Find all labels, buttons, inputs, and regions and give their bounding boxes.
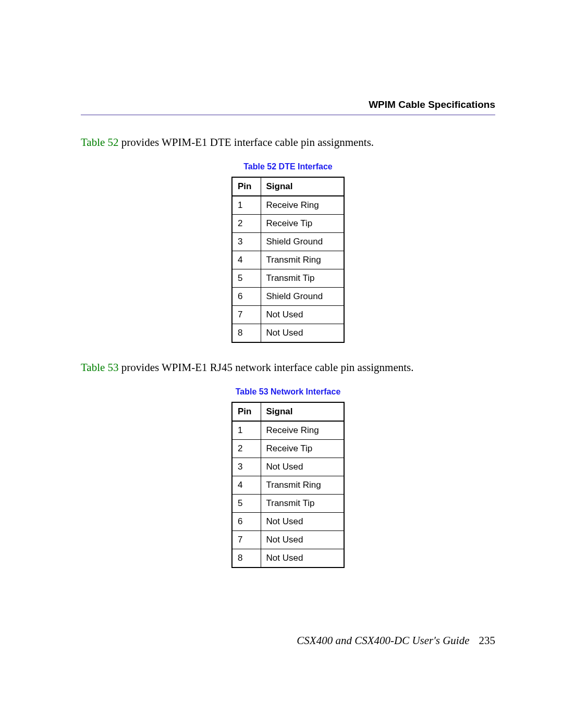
table-row: 7Not Used <box>232 306 344 324</box>
cell-pin: 3 <box>232 233 261 251</box>
col-signal-header: Signal <box>261 402 344 421</box>
cell-signal: Shield Ground <box>261 288 344 306</box>
cell-signal: Transmit Tip <box>261 269 344 288</box>
table-row: 4Transmit Ring <box>232 476 344 495</box>
cell-pin: 2 <box>232 215 261 233</box>
cell-pin: 6 <box>232 513 261 531</box>
table53: Pin Signal 1Receive Ring 2Receive Tip 3N… <box>231 402 345 568</box>
table52-caption: Table 52 DTE Interface <box>81 162 495 171</box>
cell-pin: 6 <box>232 288 261 306</box>
cell-signal: Receive Tip <box>261 440 344 458</box>
cell-signal: Transmit Ring <box>261 251 344 269</box>
cell-signal: Not Used <box>261 324 344 343</box>
table53-ref: Table 53 <box>81 361 119 374</box>
cell-signal: Transmit Ring <box>261 476 344 495</box>
cell-pin: 8 <box>232 324 261 343</box>
table53-intro: Table 53 provides WPIM-E1 RJ45 network i… <box>81 361 495 374</box>
cell-pin: 1 <box>232 421 261 440</box>
page-footer: CSX400 and CSX400-DC User's Guide235 <box>297 634 495 647</box>
header-section-title: WPIM Cable Specifications <box>81 99 495 115</box>
cell-pin: 1 <box>232 196 261 215</box>
table-row: 4Transmit Ring <box>232 251 344 269</box>
cell-pin: 4 <box>232 476 261 495</box>
table-row: 2Receive Tip <box>232 440 344 458</box>
table52-ref: Table 52 <box>81 136 119 149</box>
cell-signal: Receive Ring <box>261 421 344 440</box>
table-row: 8Not Used <box>232 324 344 343</box>
cell-signal: Not Used <box>261 458 344 476</box>
table-header-row: Pin Signal <box>232 402 344 421</box>
table-row: 5Transmit Tip <box>232 269 344 288</box>
table-header-row: Pin Signal <box>232 177 344 196</box>
cell-pin: 5 <box>232 495 261 513</box>
table-row: 6Shield Ground <box>232 288 344 306</box>
cell-pin: 2 <box>232 440 261 458</box>
footer-page-number: 235 <box>479 634 496 647</box>
cell-signal: Shield Ground <box>261 233 344 251</box>
table53-caption: Table 53 Network Interface <box>81 387 495 397</box>
table52-intro-text: provides WPIM-E1 DTE interface cable pin… <box>119 136 374 149</box>
table-row: 1Receive Ring <box>232 196 344 215</box>
table52: Pin Signal 1Receive Ring 2Receive Tip 3S… <box>231 177 345 343</box>
cell-pin: 3 <box>232 458 261 476</box>
col-pin-header: Pin <box>232 402 261 421</box>
table-row: 3Shield Ground <box>232 233 344 251</box>
cell-pin: 7 <box>232 306 261 324</box>
table52-intro: Table 52 provides WPIM-E1 DTE interface … <box>81 136 495 149</box>
cell-signal: Not Used <box>261 306 344 324</box>
footer-doc-title: CSX400 and CSX400-DC User's Guide <box>297 634 469 647</box>
cell-pin: 8 <box>232 549 261 568</box>
table-row: 3Not Used <box>232 458 344 476</box>
table-row: 5Transmit Tip <box>232 495 344 513</box>
table53-intro-text: provides WPIM-E1 RJ45 network interface … <box>119 361 414 374</box>
table-row: 8Not Used <box>232 549 344 568</box>
col-signal-header: Signal <box>261 177 344 196</box>
cell-signal: Not Used <box>261 513 344 531</box>
table-row: 6Not Used <box>232 513 344 531</box>
cell-signal: Receive Tip <box>261 215 344 233</box>
cell-pin: 5 <box>232 269 261 288</box>
cell-signal: Receive Ring <box>261 196 344 215</box>
table-row: 1Receive Ring <box>232 421 344 440</box>
cell-signal: Not Used <box>261 531 344 549</box>
table-row: 7Not Used <box>232 531 344 549</box>
cell-signal: Not Used <box>261 549 344 568</box>
cell-pin: 7 <box>232 531 261 549</box>
cell-pin: 4 <box>232 251 261 269</box>
cell-signal: Transmit Tip <box>261 495 344 513</box>
table-row: 2Receive Tip <box>232 215 344 233</box>
col-pin-header: Pin <box>232 177 261 196</box>
